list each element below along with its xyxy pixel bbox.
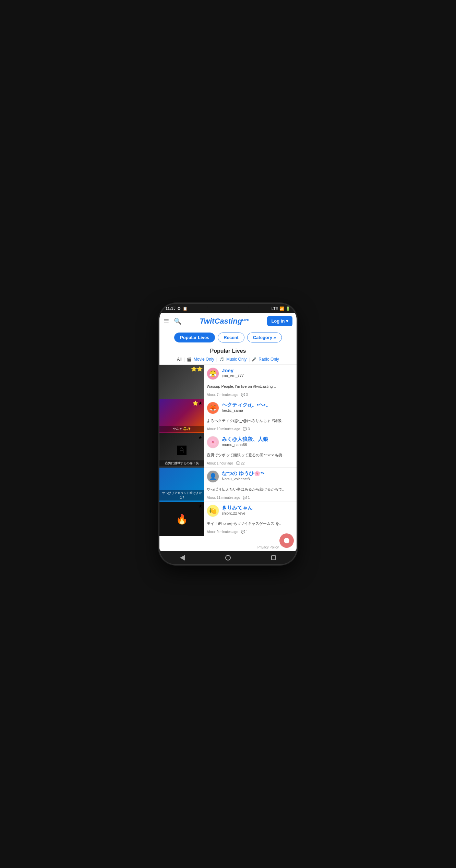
stream-stars: ★ <box>198 503 203 509</box>
section-title: Popular Lives <box>159 345 297 355</box>
login-button[interactable]: Log In ▾ <box>267 316 292 326</box>
stream-name: きりみてゃん <box>222 505 294 511</box>
menu-icon[interactable]: ☰ <box>164 317 169 325</box>
search-icon[interactable]: 🔍 <box>174 317 181 325</box>
stream-comments: 💬 1 <box>243 496 250 499</box>
recents-icon <box>271 555 276 560</box>
stream-info: 😤 Joey jma_ren_777 Wassup People, I'm li… <box>204 365 297 399</box>
stream-comments: 💬 1 <box>241 530 248 534</box>
stream-name: なつの ゆうひ🌸*• <box>222 470 294 477</box>
stream-thumbnail: ⭐★ やんぞ 😎✨ <box>159 399 204 433</box>
record-fab[interactable] <box>279 533 294 548</box>
stream-item[interactable]: 🅰 ★ 壺男に挑戦するの巻！笑 🌸 みく@人狼殺、人狼 mumu_nana66 … <box>159 433 297 468</box>
avatar: 🌸 <box>207 436 219 448</box>
stream-description: Wassup People, I'm live on #twitcasting … <box>207 384 294 388</box>
settings-icon: ⚙ <box>177 306 181 311</box>
app-logo: TwitCastingLIVE <box>200 317 249 325</box>
home-button[interactable] <box>223 553 233 563</box>
network-label: LTE <box>272 306 278 311</box>
sim-icon: 📋 <box>183 306 188 311</box>
tab-category[interactable]: Category » <box>247 333 282 342</box>
movie-icon: 🎬 <box>187 357 192 362</box>
stream-stars: ⭐⭐ <box>191 366 203 372</box>
stream-thumbnail: やっぱりアカウント続けよかな? <box>159 468 204 502</box>
stream-time: About 10 minutes ago <box>207 427 240 431</box>
stream-description: 壺男でツボって頑張って登るの回〜ママも挑.. <box>207 453 294 458</box>
camera <box>172 306 176 309</box>
streams-list: ⭐⭐ 😤 Joey jma_ren_777 Wassup People, I'm… <box>159 365 297 551</box>
stream-name: ヘクティクε(。•ヘ•。 <box>222 402 294 408</box>
stream-info: 🍋 きりみてゃん shion1227eve モイ！iPhoneから #ツイキャス… <box>204 502 297 536</box>
bottom-nav <box>159 551 297 564</box>
stream-comments: 💬 3 <box>243 427 250 431</box>
stream-comments: 💬 3 <box>241 393 248 397</box>
filter-all[interactable]: All <box>177 357 181 362</box>
tab-popular[interactable]: Popular Lives <box>174 333 215 342</box>
stream-name: みく@人狼殺、人狼 <box>222 436 294 443</box>
privacy-policy[interactable]: Privacy Policy <box>257 545 279 549</box>
back-button[interactable] <box>178 553 187 563</box>
record-icon <box>284 538 289 543</box>
battery-icon: 🔋 <box>286 306 290 311</box>
tab-recent[interactable]: Recent <box>218 333 244 342</box>
stream-item[interactable]: 🔥 ★ 🍋 きりみてゃん shion1227eve モイ！iPhoneから #ツ… <box>159 502 297 536</box>
notch <box>207 304 249 311</box>
stream-description: やっぱり伝えたい事はあるから続けるかもで.. <box>207 487 294 492</box>
filter-row: All | 🎬 Movie Only | 🎵 Music Only | 🎤 Ra… <box>159 355 297 365</box>
thumb-label: やっぱりアカウント続けよかな? <box>159 490 204 501</box>
stream-stars: ⭐★ <box>192 400 203 406</box>
stream-info: 👤 なつの ゆうひ🌸*• Natsu_voiceact8 やっぱり伝えたい事はあ… <box>204 468 297 502</box>
avatar: 👤 <box>207 470 219 483</box>
stream-description: よろヘクティク(@•_•@)ぺろりんちょ #雑談.. <box>207 418 294 423</box>
filter-music[interactable]: Music Only <box>226 357 247 362</box>
stream-info: 🦊 ヘクティクε(。•ヘ•。 hectic_sama よろヘクティク(@•_•@… <box>204 399 297 433</box>
stream-item[interactable]: ⭐⭐ 😤 Joey jma_ren_777 Wassup People, I'm… <box>159 365 297 399</box>
stream-time: About 11 minutes ago <box>207 496 240 499</box>
stream-username: jma_ren_777 <box>222 373 294 377</box>
filter-movie[interactable]: Movie Only <box>194 357 214 362</box>
screen: ☰ 🔍 TwitCastingLIVE Log In ▾ Popular Liv… <box>159 313 297 551</box>
phone-frame: 11:14 ⚙ 📋 LTE 📶 🔋 ☰ 🔍 TwitCastingLIVE Lo… <box>159 304 297 564</box>
back-icon <box>180 555 185 560</box>
stream-name: Joey <box>222 367 294 373</box>
stream-item[interactable]: ⭐★ やんぞ 😎✨ 🦊 ヘクティクε(。•ヘ•。 hectic_sama よろヘ… <box>159 399 297 433</box>
stream-description: モイ！iPhoneから #ツイキャスゲームズ を.. <box>207 521 294 526</box>
stream-username: Natsu_voiceact8 <box>222 477 294 481</box>
stream-thumbnail: 🅰 ★ 壺男に挑戦するの巻！笑 <box>159 433 204 468</box>
thumb-label: やんぞ 😎✨ <box>159 426 204 432</box>
app-header: ☰ 🔍 TwitCastingLIVE Log In ▾ <box>159 313 297 329</box>
thumb-label: 壺男に挑戦するの巻！笑 <box>159 460 204 466</box>
stream-info: 🌸 みく@人狼殺、人狼 mumu_nana66 壺男でツボって頑張って登るの回〜… <box>204 433 297 467</box>
stream-stars: ★ <box>198 435 203 440</box>
stream-username: hectic_sama <box>222 408 294 412</box>
recents-button[interactable] <box>269 553 278 563</box>
stream-time: About 7 minutes ago <box>207 393 238 397</box>
avatar: 😤 <box>207 367 219 380</box>
stream-username: shion1227eve <box>222 511 294 515</box>
music-icon: 🎵 <box>219 357 224 362</box>
radio-icon: 🎤 <box>252 357 256 362</box>
stream-thumbnail: 🔥 ★ <box>159 502 204 536</box>
tabs-row: Popular Lives Recent Category » <box>159 329 297 345</box>
stream-item[interactable]: やっぱりアカウント続けよかな? 👤 なつの ゆうひ🌸*• Natsu_voice… <box>159 468 297 502</box>
stream-time: About 1 hour ago <box>207 461 233 465</box>
signal-icon: 📶 <box>279 306 284 311</box>
stream-thumbnail: ⭐⭐ <box>159 365 204 399</box>
stream-comments: 💬 22 <box>236 461 245 465</box>
home-icon <box>225 555 231 560</box>
avatar: 🦊 <box>207 402 219 414</box>
avatar: 🍋 <box>207 505 219 517</box>
stream-username: mumu_nana66 <box>222 443 294 447</box>
stream-time: About 9 minutes ago <box>207 530 238 534</box>
filter-radio[interactable]: Radio Only <box>259 357 279 362</box>
